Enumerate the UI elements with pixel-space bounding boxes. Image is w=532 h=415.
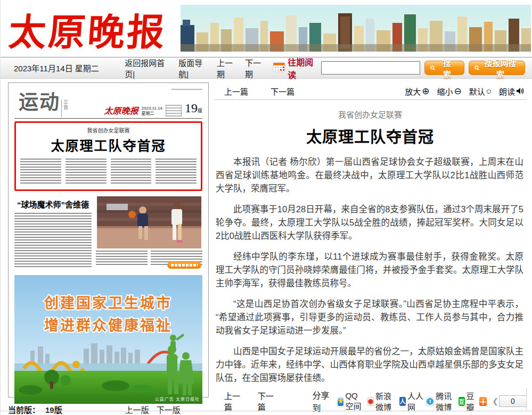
default-size-button[interactable]: 默认○: [469, 86, 492, 97]
next-article-link-bottom[interactable]: 下一篇: [258, 390, 276, 412]
count-notch: ❮: [492, 397, 498, 405]
newspaper-logo: 太原晚报: [7, 2, 168, 56]
speaker-icon: [516, 87, 525, 95]
newspaper-page-thumbnail[interactable]: 运动三晋 太原晚报 2023.11.14 星期二 19版 我省创办女足联赛: [8, 82, 209, 397]
nav-home-link[interactable]: 返回报网首页|: [125, 57, 174, 79]
right-edge-divider: [526, 388, 527, 410]
city-skyline-photo: [181, 5, 531, 52]
past-issues-link[interactable]: 往期阅读: [288, 55, 321, 81]
prev-page-link[interactable]: 上一版: [125, 404, 149, 415]
issue-date: 2023年11月14日 星期二: [14, 62, 118, 73]
current-page-label: 当前版：: [8, 404, 40, 415]
douban-icon: 豆: [459, 397, 465, 406]
share-qzone[interactable]: ★ QQ空间: [338, 391, 365, 411]
thumb-section-subtitle: 三晋: [61, 99, 69, 118]
tencent-weibo-icon: t: [426, 397, 434, 406]
search-icon: [430, 65, 435, 71]
page-pager: 当前版： 19版 上一版 下一版: [8, 404, 209, 415]
ad-line1: 创建国家卫生城市: [44, 295, 172, 311]
search-input[interactable]: [321, 61, 420, 74]
article-paragraph: 经纬中学队的李东瑾，以11个进球成为赛事最佳射手，获得金靴奖。太原理工大学队的守…: [216, 250, 523, 290]
article-toolbar: 上一篇 下一篇 放大⊕ 缩小⊖ 默认○ 朗读: [214, 82, 527, 100]
renren-icon: 人: [399, 397, 406, 406]
article-title: 太原理工队夺首冠: [214, 124, 527, 147]
thumb-article-headline: 太原理工队夺首冠: [20, 135, 197, 154]
share-label: 分享到: [313, 388, 332, 414]
thumb-editors-block: [166, 105, 182, 117]
prev-article-link[interactable]: 上一篇: [224, 86, 248, 97]
nav-links: 返回报网首页| 版面导航| 上一期 下一期: [125, 57, 268, 79]
highlighted-article-region[interactable]: 我省创办女足联赛 太原理工队夺首冠: [14, 121, 202, 191]
ad-line2: 增进群众健康福祉: [44, 317, 172, 334]
calendar-icon: [273, 62, 285, 74]
sina-weibo-icon: ◉: [367, 397, 374, 406]
thumb-rule: [14, 118, 202, 119]
bottom-divider: [1, 411, 532, 411]
thumb-second-body: [14, 213, 92, 268]
prev-article-link-bottom[interactable]: 上一篇: [224, 390, 243, 412]
article-paragraph: 本报讯（记者 杨尔欣）第一届山西省足球协会女子超级联赛，上周末在山西省足球训练基…: [216, 155, 523, 195]
share-count: ❮ 0: [492, 395, 527, 407]
thumb-page-number: 19版: [185, 102, 202, 117]
zoom-in-button[interactable]: 放大⊕: [405, 86, 429, 97]
search-area: 搜 索 搜报网搜索: [321, 61, 525, 75]
share-douban[interactable]: 豆 豆瓣: [459, 390, 477, 412]
share-count-value: 0: [499, 395, 527, 407]
basketball-photo: [96, 196, 202, 248]
more-share-button[interactable]: ＋: [479, 397, 487, 406]
thumb-date: 2023.11.14: [142, 106, 162, 111]
thumb-paper-name: 太原晚报: [104, 104, 138, 117]
qzone-icon: ★: [338, 397, 344, 406]
thumb-second-article[interactable]: “球场魔术师”舍维德: [14, 196, 202, 270]
thumb-second-headline: “球场魔术师”舍维德: [14, 198, 92, 210]
zoom-in-icon: ⊕: [422, 87, 429, 96]
thumb-weekday: 星期二: [142, 111, 154, 116]
share-tencent-weibo[interactable]: t 腾讯微博: [426, 390, 456, 412]
nav-prev-issue-link[interactable]: 上一期: [217, 57, 240, 79]
nav-next-issue-link[interactable]: 下一期: [245, 57, 268, 79]
page-thumbnail-panel: 运动三晋 太原晚报 2023.11.14 星期二 19版 我省创办女足联赛: [8, 82, 209, 415]
sports-column-badge: [167, 262, 201, 269]
article-footer-bar: 上一篇 下一篇 分享到 ★ QQ空间 ◉ 新浪微博 人 人人网 t 腾讯微博 豆…: [214, 393, 527, 409]
zoom-out-icon: ⊖: [454, 87, 461, 96]
site-header: 太原晚报: [1, 0, 532, 57]
default-size-icon: ○: [486, 87, 492, 96]
nav-layout-link[interactable]: 版面导航|: [178, 57, 212, 79]
public-service-ad[interactable]: 创建国家卫生城市 增进群众健康福祉: [14, 275, 202, 404]
article-paragraph: “这是山西足协首次创办省级女子足球联赛。”山西省足协主席程中平表示，“希望通过此…: [216, 297, 523, 337]
thumb-article-columns: [20, 159, 197, 185]
article-kicker: 我省创办女足联赛: [214, 109, 527, 120]
search-icon: [474, 65, 479, 71]
search-button[interactable]: 搜 索: [424, 61, 464, 75]
current-page-value: 19版: [45, 404, 62, 415]
article-panel: 上一篇 下一篇 放大⊕ 缩小⊖ 默认○ 朗读 我省创办女足联赛 太原理工队夺首冠…: [214, 82, 527, 409]
next-article-link[interactable]: 下一篇: [271, 86, 294, 97]
thumb-section-title: 运动: [19, 92, 60, 113]
share-renren[interactable]: 人 人人网: [399, 390, 424, 412]
ad-credit: 公益广告 太原日报社: [155, 396, 200, 402]
thumb-date-block: 2023.11.14 星期二: [142, 106, 162, 117]
share-sina-weibo[interactable]: ◉ 新浪微博: [367, 390, 398, 412]
thumb-page-header: 运动三晋 太原晚报 2023.11.14 星期二 19版: [14, 88, 202, 118]
read-aloud-button[interactable]: 朗读: [499, 86, 525, 97]
site-search-button[interactable]: 搜报网搜索: [469, 61, 525, 75]
article-paragraph: 此项赛事于10月28日开幕，来自全省的8支参赛队伍，通过3个周末展开了5轮争夺。…: [216, 203, 523, 243]
thumb-article-kicker: 我省创办女足联赛: [20, 126, 197, 134]
zoom-out-button[interactable]: 缩小⊖: [437, 86, 461, 97]
article-paragraph: 山西是中国女子足球运动开展最早的省份之一，太原姑娘金嫣曾是国家队主力中锋。近年来…: [216, 345, 523, 385]
article-body: 本报讯（记者 杨尔欣）第一届山西省足球协会女子超级联赛，上周末在山西省足球训练基…: [214, 155, 527, 385]
next-page-link[interactable]: 下一版: [157, 404, 181, 415]
top-navbar: 2023年11月14日 星期二 返回报网首页| 版面导航| 上一期 下一期 往期…: [1, 57, 532, 79]
